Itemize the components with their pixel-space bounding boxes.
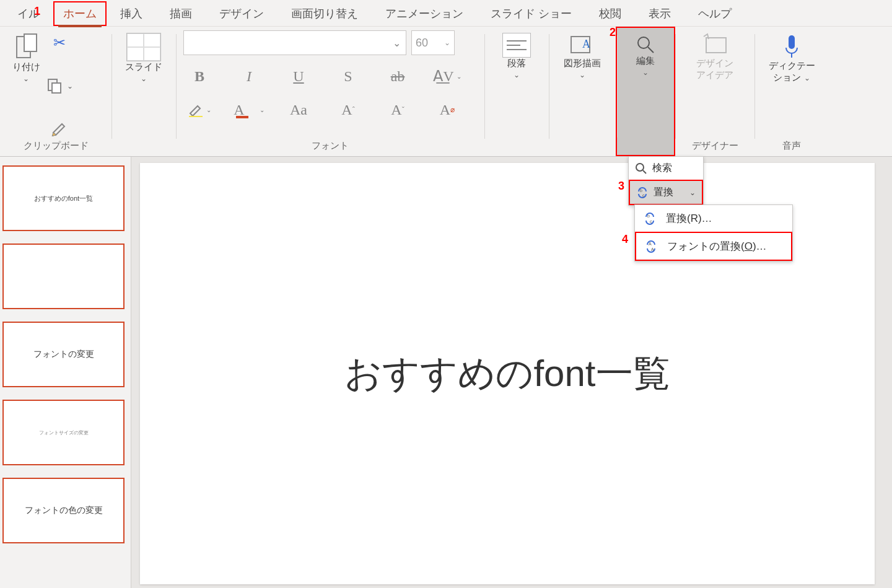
paste-label: り付け	[12, 61, 40, 73]
slide-layout-icon	[126, 33, 161, 61]
microphone-icon	[782, 33, 801, 60]
svg-point-12	[636, 164, 644, 171]
svg-text:A: A	[582, 38, 590, 50]
svg-text:c: c	[642, 193, 645, 198]
tab-design[interactable]: デザイン	[206, 2, 278, 25]
paragraph-icon	[502, 33, 531, 58]
tab-view[interactable]: 表示	[635, 2, 684, 25]
slide-thumbnail[interactable]: フォントの変更	[2, 322, 125, 387]
menu-item-search[interactable]: 検索	[629, 157, 703, 180]
slide-thumbnail[interactable]: フォントの色の変更	[2, 478, 125, 543]
bold-button[interactable]: B	[183, 64, 216, 89]
paste-button[interactable]: り付け ⌄	[7, 30, 45, 140]
search-icon	[635, 34, 656, 55]
grow-font-button[interactable]: Aˆ	[332, 97, 364, 122]
tab-animations[interactable]: アニメーション	[372, 2, 477, 25]
chevron-down-icon: ⌄	[23, 74, 29, 83]
svg-rect-1	[24, 34, 37, 51]
svg-rect-4	[189, 116, 203, 117]
svg-text:A: A	[649, 242, 652, 246]
design-ideas-icon	[700, 33, 730, 58]
svg-text:A: A	[651, 247, 654, 252]
clear-format-button[interactable]: A⌀	[431, 97, 463, 122]
chevron-down-icon: ⌄	[67, 82, 73, 90]
menu-item-replace-font[interactable]: AA フォントの置換(O)…	[635, 232, 792, 261]
shape-text-icon: A	[569, 33, 596, 58]
group-label: 音声	[762, 140, 821, 155]
svg-rect-3	[52, 83, 61, 93]
group-clipboard: り付け ⌄ ✂ ⌄ クリップボード	[0, 27, 112, 156]
highlight-button[interactable]: ⌄	[183, 97, 216, 122]
group-label: クリップボード	[7, 140, 104, 155]
design-ideas-l1: デザイン	[696, 58, 733, 69]
group-slide: スライド ⌄	[112, 27, 176, 156]
thumbnail-pane[interactable]: おすすめのfont一覧 フォントの変更 フォントサイズの変更 フォントの色の変更	[0, 157, 131, 588]
group-paragraph: 段落 ⌄	[484, 27, 549, 156]
slide-thumbnail[interactable]	[2, 244, 125, 309]
svg-line-8	[648, 47, 654, 53]
dictate-l2: ション	[773, 72, 801, 82]
editing-dropdown: 検索 bc 置換 ⌄	[628, 156, 704, 206]
ribbon-tabs: イル ホーム 挿入 描画 デザイン 画面切り替え アニメーション スライド ショ…	[0, 1, 892, 26]
italic-button[interactable]: I	[233, 64, 265, 89]
search-icon	[635, 162, 647, 175]
slide-title-text[interactable]: おすすめのfont一覧	[344, 349, 670, 399]
tab-file[interactable]: イル	[4, 2, 53, 25]
paragraph-label: 段落	[507, 58, 526, 69]
chevron-down-icon: ⌄	[514, 71, 520, 79]
group-editing: 編集 ⌄	[616, 27, 675, 156]
format-painter-button[interactable]	[45, 115, 74, 140]
svg-line-13	[643, 170, 646, 173]
group-label: フォント	[183, 140, 477, 155]
copy-button[interactable]: ⌄	[45, 73, 74, 98]
strike-button[interactable]: ab	[382, 64, 414, 89]
cut-button[interactable]: ✂	[45, 30, 74, 55]
drawing-button[interactable]: A 図形描画 ⌄	[561, 30, 603, 140]
editing-label: 編集	[636, 55, 655, 67]
paste-icon	[13, 33, 39, 61]
group-designer: デザイン アイデア デザイナー	[675, 27, 754, 156]
design-ideas-button[interactable]: デザイン アイデア	[694, 30, 736, 140]
tab-draw[interactable]: 描画	[156, 2, 206, 25]
slide-thumbnail[interactable]: フォントサイズの変更	[2, 400, 125, 465]
tab-insert[interactable]: 挿入	[107, 2, 156, 25]
font-size-select[interactable]: 60⌄	[411, 30, 455, 55]
chevron-down-icon: ⌄	[579, 71, 585, 79]
menu-item-replace[interactable]: bc 置換 ⌄	[629, 180, 703, 205]
svg-point-7	[638, 37, 649, 48]
tab-transitions[interactable]: 画面切り替え	[278, 2, 372, 25]
svg-text:b: b	[640, 188, 642, 193]
new-slide-button[interactable]: スライド ⌄	[123, 30, 165, 140]
shrink-font-button[interactable]: Aˇ	[382, 97, 414, 122]
editing-button[interactable]: 編集 ⌄	[632, 32, 658, 139]
ribbon: り付け ⌄ ✂ ⌄ クリップボード	[0, 26, 892, 156]
copy-icon	[46, 77, 63, 94]
tab-home[interactable]: ホーム	[53, 1, 107, 26]
dictate-button[interactable]: ディクテー ション ⌄	[766, 30, 818, 140]
svg-text:c: c	[650, 219, 652, 224]
change-case-button[interactable]: Aa	[282, 97, 315, 122]
paragraph-button[interactable]: 段落 ⌄	[500, 30, 533, 140]
underline-button[interactable]: U	[282, 64, 315, 89]
shadow-button[interactable]: S	[332, 64, 364, 89]
replace-icon: bc	[636, 186, 649, 199]
brush-icon	[51, 119, 68, 136]
replace-font-icon: AA	[645, 240, 658, 253]
slide-thumbnail[interactable]: おすすめのfont一覧	[2, 165, 125, 231]
dictate-l1: ディクテー	[769, 60, 815, 72]
tab-review[interactable]: 校閲	[585, 2, 635, 25]
group-font: ⌄ 60⌄ B I U S ab A͟V⌄ ⌄ A⌄ Aa Aˆ Aˇ A⌀	[176, 27, 484, 156]
char-spacing-button[interactable]: A͟V⌄	[431, 64, 463, 89]
menu-item-replace-text[interactable]: bc 置換(R)…	[635, 205, 792, 232]
font-size-value: 60	[416, 37, 428, 50]
group-label: デザイナー	[683, 140, 747, 155]
tab-slideshow[interactable]: スライド ショー	[477, 2, 585, 25]
chevron-down-icon: ⌄	[804, 74, 810, 82]
group-drawing: A 図形描画 ⌄	[549, 27, 616, 156]
font-name-select[interactable]: ⌄	[183, 30, 406, 55]
chevron-down-icon: ⌄	[642, 68, 649, 77]
font-color-button[interactable]: A⌄	[233, 97, 265, 122]
tab-help[interactable]: ヘルプ	[684, 2, 745, 25]
replace-icon: bc	[644, 212, 657, 226]
menu-item-label: 検索	[652, 162, 672, 175]
